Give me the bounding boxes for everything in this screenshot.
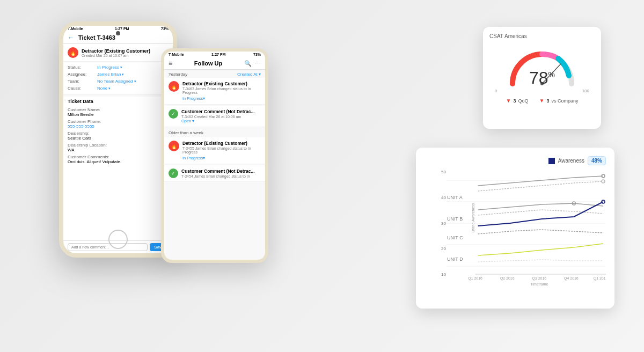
dealership-label: Dealership: — [68, 131, 169, 136]
legend-box — [548, 158, 555, 164]
carrier-right: T-Mobile — [169, 53, 184, 56]
gauge-max: 100 — [582, 89, 589, 93]
y-label-40: 40 — [425, 195, 446, 200]
customer-name-value: Milton Beedle — [68, 112, 169, 117]
svg-text:UNIT A: UNIT A — [447, 195, 463, 200]
back-arrow[interactable]: ← — [68, 34, 74, 41]
customer-comments-value: Orci duis. Aliquet! Vulputate. — [68, 159, 169, 164]
customer-name-label: Customer Name: — [68, 107, 169, 112]
svg-text:Timeframe: Timeframe — [530, 282, 548, 286]
svg-text:UNIT D: UNIT D — [447, 256, 463, 262]
csat-card: CSAT Americas 78% 0 100 — [483, 27, 601, 129]
ticket-type-info: Detractor (Existing Customer) Created Ma… — [82, 48, 150, 57]
battery-right: 73% — [253, 53, 261, 56]
chart-area: 50 40 30 20 10 UNIT A UNIT B UNIT C — [425, 170, 606, 288]
green-circle-2: ✓ — [169, 109, 178, 119]
green-circle-4: ✓ — [169, 168, 178, 178]
item-sub-2: T-3462 Created Mar 26 at 10:06 am — [181, 115, 255, 119]
customer-phone-label: Customer Phone: — [68, 119, 169, 124]
open-pill-2[interactable]: Open — [181, 119, 255, 123]
field-row-team: Team: No Team Assigned — [68, 78, 169, 85]
time-right: 1:27 PM — [211, 53, 225, 56]
follow-item-2[interactable]: ✓ Customer Comment (Not Detrac... T-3462… — [164, 106, 265, 127]
item-sub-1: T-3463 James Brian changed status to In … — [182, 87, 261, 94]
gauge-value: 78% — [529, 69, 555, 86]
follow-item-info-3: Detractor (Existing Customer) T-3455 Jam… — [182, 141, 261, 160]
comment-input[interactable] — [68, 243, 148, 251]
carrier-left: T-Mobile — [68, 27, 83, 31]
customer-name-row: Customer Name: Milton Beedle — [68, 106, 169, 118]
item-sub-3: T-3455 James Brian changed status to In … — [182, 146, 261, 154]
chart-main: UNIT A UNIT B UNIT C UNIT D — [446, 170, 606, 288]
battery-left: 73% — [161, 27, 169, 31]
ticket-type-row: 🔥 Detractor (Existing Customer) Created … — [63, 44, 173, 62]
yesterday-section-header: Yesterday Created At ▾ — [164, 70, 265, 78]
svg-text:Q2 2016: Q2 2016 — [500, 276, 515, 281]
dealership-value: Seattle Cars — [68, 136, 169, 141]
line-chart-svg: UNIT A UNIT B UNIT C UNIT D — [446, 170, 606, 288]
fire-icon: 🔥 — [68, 47, 78, 58]
dealership-loc-value: WA — [68, 148, 169, 152]
fire-icon-3: 🔥 — [169, 141, 179, 151]
assignee-value[interactable]: James Brian — [97, 72, 124, 77]
qoq-label: QoQ — [518, 98, 528, 104]
svg-text:Q1 2017: Q1 2017 — [594, 276, 606, 281]
customer-phone-value[interactable]: 555-555-5555 — [68, 124, 169, 129]
y-label-20: 20 — [425, 246, 446, 251]
svg-text:Q3 2016: Q3 2016 — [532, 276, 547, 281]
follow-item-info-2: Customer Comment (Not Detrac... T-3462 C… — [181, 109, 255, 123]
sort-button[interactable]: Created At ▾ — [237, 72, 261, 77]
metric-qoq: ▼ 3 QoQ — [506, 98, 529, 104]
header-icons: 🔍 ⋯ — [244, 60, 261, 67]
phone-left: T-Mobile 1:27 PM 73% ← Ticket T-3463 🔥 D… — [59, 21, 177, 258]
company-label: vs Company — [551, 98, 578, 104]
status-pill-3[interactable]: In Progress — [182, 156, 205, 160]
item-type-4: Customer Comment (Not Detrac... — [181, 168, 255, 174]
type-sub: Created Mar 26 at 10:07 am — [82, 54, 150, 57]
search-icon[interactable]: 🔍 — [244, 60, 252, 67]
csat-title: CSAT Americas — [489, 33, 595, 39]
follow-item-4[interactable]: ✓ Customer Comment (Not Detrac... T-3454… — [164, 165, 265, 182]
company-value: 3 — [546, 98, 549, 104]
customer-comments-row: Customer Comments: Orci duis. Aliquet! V… — [68, 153, 169, 165]
gauge-area: 78% — [504, 43, 580, 86]
ticket-data-title: Ticket Data — [68, 99, 169, 104]
status-label: Status: — [68, 65, 97, 70]
item-sub-4: T-3454 James Brian changed status to In — [181, 174, 255, 178]
gauge-labels: 0 100 — [489, 89, 595, 93]
y-axis-labels: 50 40 30 20 10 — [425, 170, 446, 288]
metric-company: ▼ 3 vs Company — [539, 98, 578, 104]
follow-item-3[interactable]: 🔥 Detractor (Existing Customer) T-3455 J… — [164, 137, 265, 164]
cause-value[interactable]: None — [97, 86, 111, 91]
older-label: Older than a week — [169, 130, 203, 135]
dealership-loc-label: Dealership Location: — [68, 143, 169, 148]
follow-item-1[interactable]: 🔥 Detractor (Existing Customer) T-3463 J… — [164, 78, 265, 105]
svg-text:Q1 2016: Q1 2016 — [468, 276, 482, 281]
type-name: Detractor (Existing Customer) — [82, 48, 150, 54]
status-value[interactable]: In Progress — [97, 65, 122, 70]
y-label-30: 30 — [425, 221, 446, 226]
awareness-pct: 48% — [588, 156, 606, 165]
field-row-cause: Cause: None — [68, 85, 169, 92]
phone-screen-right: T-Mobile 1:27 PM 73% ≡ Follow Up 🔍 ⋯ Yes… — [164, 52, 265, 260]
menu-icon[interactable]: ≡ — [169, 60, 172, 67]
customer-phone-row: Customer Phone: 555-555-5555 — [68, 118, 169, 130]
item-type-2: Customer Comment (Not Detrac... — [181, 109, 255, 114]
status-pill-1[interactable]: In Progress — [182, 96, 205, 101]
chart-card: Awareness 48% 50 40 30 20 10 — [416, 148, 614, 309]
chart-legend: Awareness 48% — [425, 156, 606, 165]
csat-metrics: ▼ 3 QoQ ▼ 3 vs Company — [489, 98, 595, 104]
svg-text:UNIT C: UNIT C — [447, 235, 463, 240]
phone-screen-left: T-Mobile 1:27 PM 73% ← Ticket T-3463 🔥 D… — [63, 26, 173, 253]
team-value[interactable]: No Team Assigned — [97, 79, 136, 84]
dealership-row: Dealership: Seattle Cars — [68, 130, 169, 142]
ticket-fields: Status: In Progress Assignee: James Bria… — [63, 62, 173, 94]
more-icon[interactable]: ⋯ — [255, 60, 261, 67]
status-bar-right: T-Mobile 1:27 PM 73% — [164, 52, 265, 57]
customer-comments-label: Customer Comments: — [68, 155, 169, 159]
cause-label: Cause: — [68, 86, 97, 91]
gauge-min: 0 — [495, 89, 497, 93]
field-row-status: Status: In Progress — [68, 64, 169, 71]
qoq-value: 3 — [513, 98, 516, 104]
svg-text:Q4 2016: Q4 2016 — [564, 276, 579, 281]
